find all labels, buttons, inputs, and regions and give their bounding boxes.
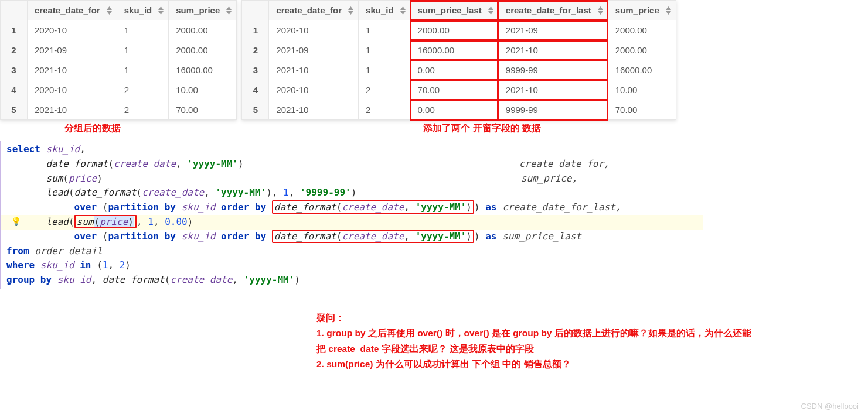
code-line: sum(price)sum_price, (1, 172, 703, 186)
code-line: from order_detail (1, 244, 703, 259)
column-header-label: sum_price_last (418, 5, 482, 15)
sort-icon[interactable] (488, 6, 493, 15)
cell: 16000.00 (169, 60, 237, 80)
cell: 2000.00 (608, 40, 676, 60)
highlight-box: sum(price) (74, 215, 137, 228)
table-row: 12020-1012000.00 (1, 20, 237, 40)
column-header[interactable]: create_date_for (28, 1, 117, 20)
column-header[interactable]: sum_price (169, 1, 237, 20)
svg-marker-1 (107, 11, 112, 15)
code-line-highlight: 💡 lead(sum(price), 1, 0.00) (1, 215, 703, 230)
sort-icon[interactable] (107, 6, 112, 15)
questions-title: 疑问： (316, 310, 844, 326)
svg-marker-7 (348, 11, 353, 15)
column-header[interactable]: sum_price_last (410, 1, 498, 20)
row-number: 5 (242, 100, 269, 120)
sort-icon[interactable] (226, 6, 232, 15)
sort-icon[interactable] (348, 6, 353, 15)
row-number: 2 (242, 40, 269, 60)
code-line: date_format(create_date, 'yyyy-MM')creat… (1, 157, 703, 172)
cell: 16000.00 (410, 40, 498, 60)
svg-marker-13 (598, 11, 603, 15)
cell: 2021-09 (498, 20, 608, 40)
questions-block: 疑问： 1. group by 之后再使用 over() 时，over() 是在… (316, 310, 844, 372)
caption-right: 添加了两个 开窗字段的 数据 (423, 122, 676, 135)
column-header[interactable]: sku_id (359, 1, 411, 20)
window-table: create_date_forsku_idsum_price_lastcreat… (241, 0, 676, 120)
cell: 1 (117, 60, 169, 80)
cell: 2020-10 (28, 80, 117, 100)
cell: 2021-10 (269, 100, 359, 120)
svg-marker-11 (488, 11, 493, 15)
cell: 10.00 (169, 80, 237, 100)
watermark: CSDN @helloooi (801, 402, 859, 410)
svg-marker-15 (666, 11, 671, 15)
cell: 1 (359, 20, 411, 40)
table-row: 32021-1010.009999-9916000.00 (242, 60, 676, 80)
cell: 2021-10 (28, 60, 117, 80)
column-header[interactable]: sum_price (608, 1, 676, 20)
row-number: 5 (1, 100, 28, 120)
svg-marker-5 (226, 11, 232, 15)
cell: 0.00 (410, 100, 498, 120)
cell: 2021-10 (269, 60, 359, 80)
column-header-label: sum_price (176, 5, 220, 15)
cell: 1 (117, 20, 169, 40)
cell: 2 (359, 80, 411, 100)
svg-marker-3 (158, 11, 164, 15)
cell: 2021-10 (498, 40, 608, 60)
code-line: select sku_id, (1, 142, 703, 157)
code-line: over (partition by sku_id order by date_… (1, 200, 703, 215)
cell: 2 (117, 100, 169, 120)
cell: 70.00 (608, 100, 676, 120)
cell: 2021-09 (28, 40, 117, 60)
table-row: 12020-1012000.002021-092000.00 (242, 20, 676, 40)
svg-marker-14 (666, 6, 671, 10)
cell: 16000.00 (608, 60, 676, 80)
cell: 2 (359, 100, 411, 120)
cell: 1 (359, 40, 411, 60)
cell: 2000.00 (410, 20, 498, 40)
column-header[interactable]: create_date_for (269, 1, 359, 20)
svg-marker-9 (400, 11, 406, 15)
sort-icon[interactable] (400, 6, 406, 15)
question-2: 2. sum(price) 为什么可以成功计算出 下个组 中的 销售总额？ (316, 357, 844, 372)
lightbulb-icon[interactable]: 💡 (11, 216, 21, 229)
caption-left: 分组后的数据 (64, 122, 237, 135)
row-number: 1 (1, 20, 28, 40)
sort-icon[interactable] (158, 6, 164, 15)
cell: 2000.00 (608, 20, 676, 40)
cell: 2000.00 (169, 20, 237, 40)
code-line: group by sku_id, date_format(create_date… (1, 273, 703, 288)
column-header[interactable]: create_date_for_last (498, 1, 608, 20)
cell: 1 (359, 60, 411, 80)
row-number: 3 (242, 60, 269, 80)
table-row: 42020-10210.00 (1, 80, 237, 100)
row-number: 3 (1, 60, 28, 80)
highlight-box: date_format(create_date, 'yyyy-MM') (272, 230, 474, 243)
table-row: 22021-0912000.00 (1, 40, 237, 60)
sort-icon[interactable] (598, 6, 603, 15)
column-header-label: sum_price (615, 5, 659, 15)
cell: 1 (117, 40, 169, 60)
code-line: lead(date_format(create_date, 'yyyy-MM')… (1, 186, 703, 200)
cell: 2000.00 (169, 40, 237, 60)
column-header-label: create_date_for_last (506, 5, 591, 15)
cell: 9999-99 (498, 60, 608, 80)
cell: 2021-09 (269, 40, 359, 60)
column-header-label: sku_id (124, 5, 152, 15)
code-line: where sku_id in (1, 2) (1, 258, 703, 273)
sort-icon[interactable] (666, 6, 671, 15)
highlight-box: date_format(create_date, 'yyyy-MM') (272, 200, 474, 214)
rownum-header (1, 1, 28, 20)
svg-marker-10 (488, 6, 493, 10)
question-1b: 把 create_date 字段选出来呢？ 这是我原表中的字段 (316, 341, 844, 357)
table-row: 52021-1020.009999-9970.00 (242, 100, 676, 120)
cell: 10.00 (608, 80, 676, 100)
svg-marker-2 (158, 6, 164, 10)
cell: 70.00 (410, 80, 498, 100)
cell: 2 (117, 80, 169, 100)
svg-marker-6 (348, 6, 353, 10)
row-number: 4 (1, 80, 28, 100)
column-header[interactable]: sku_id (117, 1, 169, 20)
